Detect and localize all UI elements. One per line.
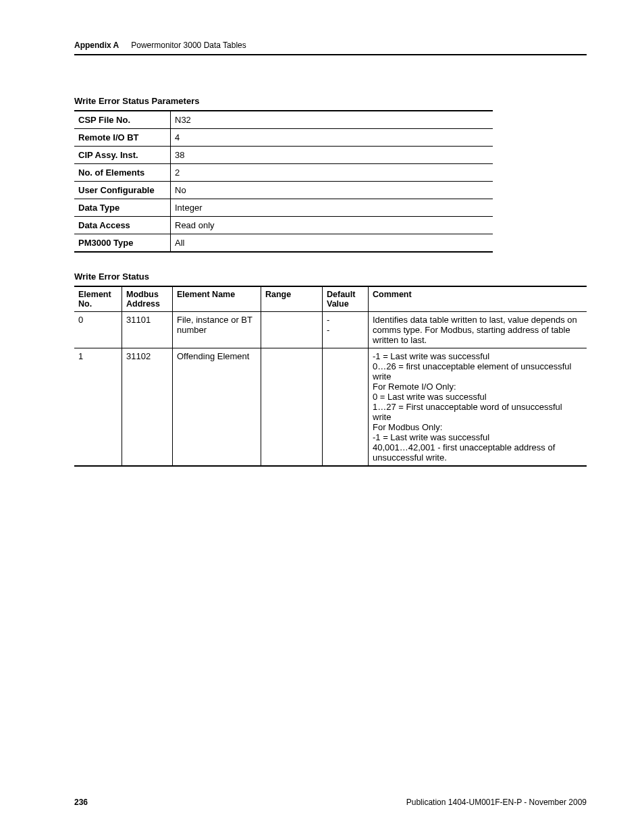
param-value: N32 [171, 111, 493, 129]
table-row: No. of Elements2 [74, 164, 493, 182]
col-header-modbus-address: Modbus Address [122, 286, 173, 312]
cell-modbus-address: 31102 [122, 348, 173, 467]
col-header-default-value: Default Value [323, 286, 369, 312]
col-header-element-name: Element Name [173, 286, 261, 312]
table-row: Remote I/O BT4 [74, 129, 493, 147]
param-value: 38 [171, 147, 493, 164]
param-key: CSP File No. [74, 111, 171, 129]
cell-element-no: 1 [74, 348, 122, 467]
col-header-range: Range [261, 286, 323, 312]
cell-modbus-address: 31101 [122, 312, 173, 348]
table-header-row: Element No. Modbus Address Element Name … [74, 286, 587, 312]
cell-comment: Identifies data table written to last, v… [369, 312, 587, 348]
cell-range [261, 312, 323, 348]
section-title-status: Write Error Status [74, 271, 587, 282]
cell-comment: -1 = Last write was successful 0…26 = fi… [369, 348, 587, 467]
cell-default-value [323, 348, 369, 467]
publication-info: Publication 1404-UM001F-EN-P - November … [406, 798, 587, 807]
table-row: 1 31102 Offending Element -1 = Last writ… [74, 348, 587, 467]
appendix-label: Appendix A [74, 41, 119, 50]
param-value: 4 [171, 129, 493, 147]
param-value: Read only [171, 217, 493, 234]
param-value: No [171, 182, 493, 199]
page-header: Appendix A Powermonitor 3000 Data Tables [74, 41, 587, 55]
document-page: Appendix A Powermonitor 3000 Data Tables… [0, 0, 644, 834]
param-value: All [171, 234, 493, 253]
cell-range [261, 348, 323, 467]
param-key: CIP Assy. Inst. [74, 147, 171, 164]
param-key: No. of Elements [74, 164, 171, 182]
parameters-table: CSP File No.N32 Remote I/O BT4 CIP Assy.… [74, 110, 493, 253]
table-row: CIP Assy. Inst.38 [74, 147, 493, 164]
table-row: Data AccessRead only [74, 217, 493, 234]
col-header-element-no: Element No. [74, 286, 122, 312]
table-row: CSP File No.N32 [74, 111, 493, 129]
header-title: Powermonitor 3000 Data Tables [131, 41, 246, 50]
table-row: PM3000 TypeAll [74, 234, 493, 253]
param-value: 2 [171, 164, 493, 182]
table-row: 0 31101 File, instance or BT number - - … [74, 312, 587, 348]
param-value: Integer [171, 199, 493, 217]
section-title-params: Write Error Status Parameters [74, 96, 587, 106]
cell-element-no: 0 [74, 312, 122, 348]
status-table: Element No. Modbus Address Element Name … [74, 286, 587, 467]
cell-element-name: Offending Element [173, 348, 261, 467]
param-key: PM3000 Type [74, 234, 171, 253]
cell-default-value: - - [323, 312, 369, 348]
param-key: Remote I/O BT [74, 129, 171, 147]
page-number: 236 [74, 798, 88, 807]
param-key: Data Type [74, 199, 171, 217]
table-row: Data TypeInteger [74, 199, 493, 217]
table-row: User ConfigurableNo [74, 182, 493, 199]
cell-element-name: File, instance or BT number [173, 312, 261, 348]
param-key: User Configurable [74, 182, 171, 199]
page-footer: 236 Publication 1404-UM001F-EN-P - Novem… [74, 798, 587, 807]
param-key: Data Access [74, 217, 171, 234]
col-header-comment: Comment [369, 286, 587, 312]
